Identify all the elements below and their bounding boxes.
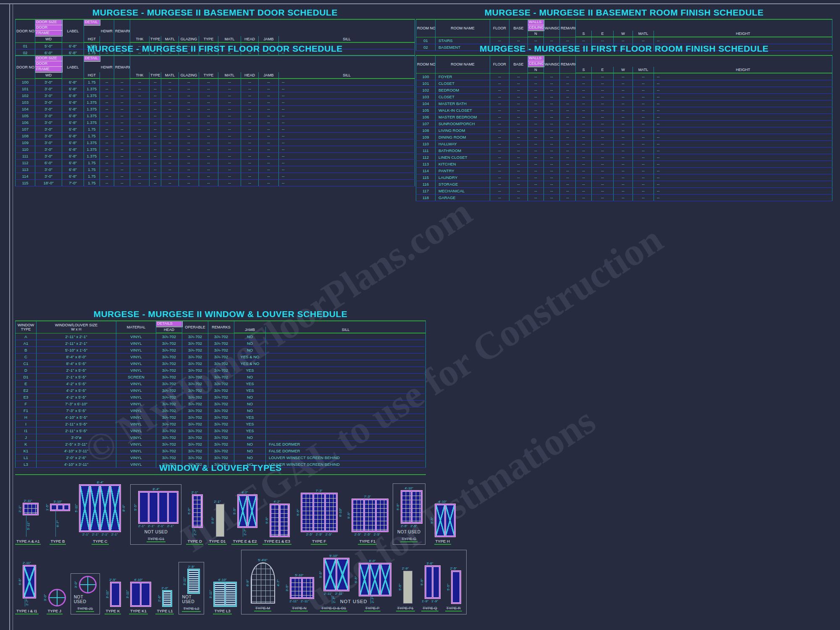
- card-middle: 5'-5": [354, 563, 391, 596]
- dimension-label: 3'-11": [183, 577, 186, 585]
- cell: STORAGE: [436, 181, 490, 188]
- table-row: F7'-3" x 6'-10"VINYL3/A-7023/A-7023/A-70…: [16, 401, 426, 407]
- cell: 3'-0": [35, 92, 62, 99]
- column-header-line: MATERIAL: [117, 325, 155, 329]
- dimension-label: 2'-5": [374, 532, 381, 537]
- cell: --: [528, 141, 544, 147]
- cell: 3'-0": [35, 166, 62, 173]
- cell: 3/A-702: [156, 454, 182, 461]
- window-type-label: TYPE M: [254, 605, 271, 612]
- cell: --: [576, 127, 592, 134]
- cell: 3/A-702: [208, 387, 234, 394]
- column-header-line: FLOOR: [491, 62, 508, 66]
- cell: --: [592, 188, 614, 194]
- cell: [266, 387, 426, 394]
- cell: 6'-8": [62, 92, 84, 99]
- cell: --: [509, 181, 528, 188]
- cell: --: [130, 79, 150, 86]
- cell: K: [16, 441, 37, 448]
- dimension-label: 2'-5": [316, 532, 323, 537]
- cell: 2'-11" x 2'-1": [37, 340, 116, 347]
- window-graphic: [290, 578, 314, 598]
- dimension-label: 2'-5": [364, 532, 371, 537]
- cell: --: [633, 147, 654, 154]
- cell: YES: [234, 367, 266, 374]
- cell: --: [150, 79, 161, 86]
- cell: --: [544, 194, 560, 201]
- cell: VINYL: [116, 421, 156, 428]
- cell: --: [592, 161, 614, 168]
- column-header: REMARKS: [208, 321, 234, 333]
- column-header: HEIGHT: [654, 67, 832, 73]
- table-row: H4'-10" x 5'-5"VINYL3/A-7023/A-7023/A-70…: [16, 414, 426, 421]
- left-dimensions: 5'-5": [398, 571, 402, 604]
- cell: 110: [16, 146, 35, 153]
- dimension-label: 2'-5": [326, 532, 332, 537]
- left-dimensions: 5'-5": [187, 495, 191, 528]
- card-middle: 5'-5": [420, 566, 440, 598]
- cell: --: [161, 86, 179, 92]
- window-pane: [402, 491, 411, 522]
- cell: --: [576, 107, 592, 114]
- cell: --: [509, 127, 528, 134]
- blank-panel-graphic: [403, 571, 412, 604]
- table-row: 01STAIRS--------------------: [416, 37, 832, 44]
- column-header: JAMB: [234, 327, 266, 333]
- cell: --: [654, 174, 832, 181]
- column-header: REMARKS: [560, 19, 576, 37]
- column-header: ROOM NO.: [416, 55, 436, 73]
- cell: --: [576, 174, 592, 181]
- cell: --: [114, 153, 130, 160]
- cell: --: [100, 99, 114, 106]
- first-floor-room-finish-title: MURGESE - MURGESE II FIRST FLOOR ROOM FI…: [416, 44, 832, 54]
- cell: --: [130, 173, 150, 180]
- left-dimensions: 5'-5": [233, 495, 236, 528]
- window-type-card: 2'-1"5'-5"TYPE D1: [208, 499, 227, 545]
- cell: FOYER: [436, 73, 490, 80]
- cell: --: [560, 100, 576, 107]
- cell: 2'-11" x 5'-5": [37, 428, 116, 434]
- column-header: MATL: [633, 67, 654, 73]
- cell: --: [592, 80, 614, 87]
- left-dimensions: 1'-5": [45, 504, 49, 511]
- table-row: 105WALK-IN CLOSET--------------------: [416, 107, 832, 114]
- cell: --: [490, 107, 509, 114]
- cell: 4'-10" x 3'-11": [37, 448, 116, 454]
- window-pane: [365, 500, 375, 531]
- column-header: REMARKS: [114, 19, 130, 42]
- cell: --: [218, 146, 241, 153]
- cell: --: [544, 168, 560, 174]
- not-used-label: NOT USED: [182, 595, 200, 604]
- cell: --: [633, 188, 654, 194]
- window-pane: [326, 494, 336, 531]
- dimension-label: 5'-5": [296, 509, 300, 516]
- right-dimensions: 6'-10": [339, 493, 342, 532]
- cell: --: [150, 146, 161, 153]
- cell: 6'-8": [62, 113, 84, 119]
- cell: --: [654, 100, 832, 107]
- column-header: GLAZING: [179, 36, 199, 42]
- cell: --: [654, 147, 832, 154]
- cell: 3/A-702: [156, 394, 182, 401]
- blank-panel-graphic: [216, 504, 224, 537]
- cell: --: [592, 114, 614, 121]
- cell: --: [614, 174, 633, 181]
- dimension-label: 2'-5": [410, 524, 417, 528]
- cell: --: [130, 166, 150, 173]
- cell: 3/A-702: [182, 367, 208, 374]
- window-type-label: TYPE B: [50, 538, 66, 545]
- cell: --: [654, 168, 832, 174]
- table-row: 11518'-0"7'-0"1.75----------------------: [16, 180, 415, 186]
- cell: --: [199, 153, 218, 160]
- cell: --: [199, 106, 218, 113]
- cell: --: [279, 99, 415, 106]
- cell: 6'-8": [62, 166, 84, 173]
- column-header: W: [614, 67, 633, 73]
- column-header-line: HDWR NO.: [101, 65, 113, 69]
- cell: --: [241, 153, 259, 160]
- cell: --: [490, 94, 509, 100]
- cell: --: [241, 139, 259, 146]
- dimension-label: 4'-10": [218, 578, 226, 582]
- cell: --: [654, 154, 832, 161]
- cell: --: [199, 180, 218, 186]
